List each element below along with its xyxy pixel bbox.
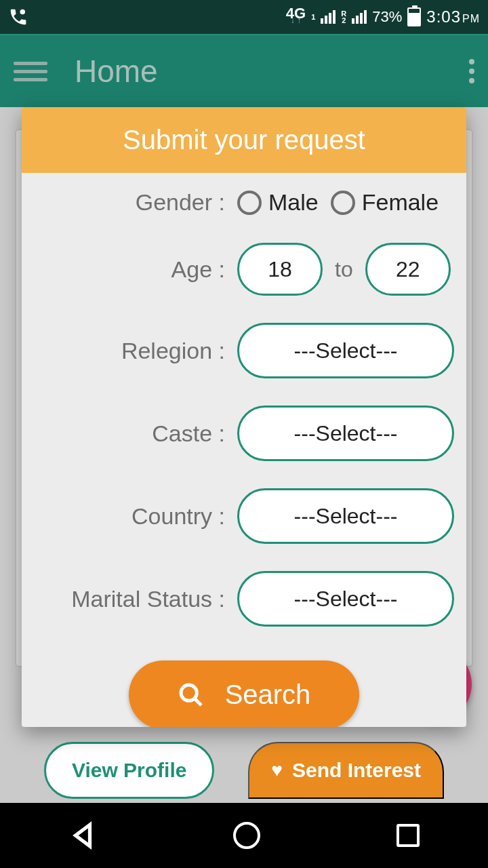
page-title: Home	[75, 53, 158, 90]
svg-line-4	[195, 698, 201, 705]
search-button-label: Search	[225, 679, 311, 710]
search-button[interactable]: Search	[129, 660, 360, 727]
female-option-label: Female	[362, 189, 439, 216]
male-option-label: Male	[268, 189, 319, 216]
submit-request-modal: Submit your request Gender : Male Female…	[22, 107, 466, 727]
back-icon[interactable]	[68, 821, 97, 850]
signal-sim1-icon	[321, 10, 336, 24]
radio-unchecked-icon	[331, 191, 355, 215]
country-select[interactable]: ---Select---	[237, 488, 454, 544]
gender-label: Gender :	[34, 189, 237, 216]
signal-sim2-icon	[352, 10, 367, 24]
status-bar: 4G ↓ ↑ 1 R 2 73% 3:03PM	[0, 0, 488, 34]
recent-apps-icon[interactable]	[396, 824, 420, 847]
sim1-label: 1	[311, 13, 315, 21]
marital-status-label: Marital Status :	[34, 586, 237, 612]
svg-point-3	[181, 685, 197, 701]
sim2-roaming: R 2	[341, 10, 346, 24]
phone-call-icon	[8, 7, 28, 27]
religion-select[interactable]: ---Select---	[237, 323, 454, 378]
clock-time: 3:03PM	[426, 7, 480, 26]
gender-female-radio[interactable]: Female	[331, 189, 439, 216]
battery-percent: 73%	[372, 8, 402, 26]
caste-label: Caste :	[34, 420, 237, 447]
svg-point-0	[20, 9, 26, 15]
search-icon	[178, 682, 205, 709]
send-interest-button[interactable]: ♥ Send Interest	[248, 742, 444, 799]
heart-icon: ♥	[271, 760, 283, 781]
system-nav-bar	[0, 803, 488, 868]
battery-icon	[407, 7, 421, 26]
network-type: 4G ↓ ↑	[286, 10, 306, 24]
overflow-menu-icon[interactable]	[469, 59, 480, 83]
age-from-select[interactable]: 18	[237, 243, 323, 296]
marital-status-select[interactable]: ---Select---	[237, 571, 454, 627]
radio-unchecked-icon	[237, 191, 262, 215]
caste-select[interactable]: ---Select---	[237, 406, 454, 461]
send-interest-label: Send Interest	[292, 759, 421, 782]
religion-label: Relegion :	[34, 338, 237, 364]
home-icon[interactable]	[233, 822, 260, 849]
gender-male-radio[interactable]: Male	[237, 189, 319, 216]
content-area: View Profile ♥ Send Interest Submit your…	[0, 107, 488, 803]
modal-title: Submit your request	[22, 107, 466, 173]
age-label: Age :	[34, 256, 237, 283]
age-to-select[interactable]: 22	[365, 243, 451, 296]
app-bar: Home	[0, 34, 488, 107]
menu-icon[interactable]	[14, 58, 47, 85]
view-profile-button[interactable]: View Profile	[44, 742, 215, 799]
age-to-word: to	[335, 257, 353, 282]
country-label: Country :	[34, 503, 237, 530]
